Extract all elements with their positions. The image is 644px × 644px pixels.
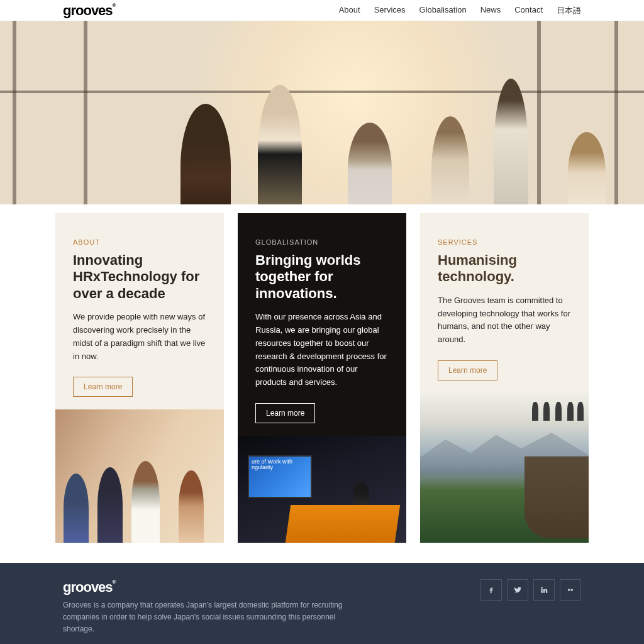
card-services-image	[420, 393, 589, 543]
social-links	[480, 579, 581, 601]
nav-about[interactable]: About	[339, 5, 360, 16]
card-services-cta[interactable]: Learn more	[438, 360, 497, 380]
card-globalisation-body: With our presence across Asia and Russia…	[255, 311, 389, 389]
main-nav: About Services Globalisation News Contac…	[339, 5, 581, 16]
footer-logo[interactable]: grooves®	[63, 579, 365, 596]
card-services-body: The Grooves team is committed to develop…	[438, 294, 571, 347]
brand-logo[interactable]: grooves®	[63, 3, 116, 19]
card-globalisation-tag: GLOBALISATION	[255, 238, 389, 246]
flickr-icon[interactable]	[560, 579, 581, 601]
nav-contact[interactable]: Contact	[514, 5, 543, 16]
presentation-screen: ure of Work with ngularity	[248, 455, 312, 498]
card-globalisation-image: ure of Work with ngularity	[238, 436, 406, 543]
card-services-tag: SERVICES	[438, 238, 571, 246]
card-globalisation-title: Bringing worlds together for innovations…	[255, 252, 389, 302]
card-about-title: Innovating HRxTechnology for over a deca…	[73, 252, 206, 302]
hero-image	[0, 21, 644, 204]
footer-description: Grooves is a company that operates Japan…	[63, 599, 365, 636]
card-about: ABOUT Innovating HRxTechnology for over …	[55, 213, 224, 543]
footer-brand-text: grooves	[63, 579, 113, 595]
brand-text: grooves	[63, 3, 113, 18]
linkedin-icon[interactable]	[533, 579, 555, 601]
facebook-icon[interactable]	[480, 579, 502, 601]
card-about-image	[55, 409, 224, 543]
card-services: SERVICES Humanising technology. The Groo…	[420, 213, 589, 543]
nav-news[interactable]: News	[480, 5, 501, 16]
card-about-body: We provide people with new ways of disco…	[73, 311, 206, 363]
card-about-tag: ABOUT	[73, 238, 206, 246]
card-globalisation: GLOBALISATION Bringing worlds together f…	[238, 213, 406, 543]
svg-point-1	[571, 589, 574, 591]
card-globalisation-cta[interactable]: Learn more	[255, 403, 315, 423]
nav-japanese[interactable]: 日本語	[557, 5, 581, 16]
nav-services[interactable]: Services	[374, 5, 406, 16]
card-about-cta[interactable]: Learn more	[73, 377, 133, 397]
site-header: grooves® About Services Globalisation Ne…	[0, 0, 644, 21]
card-services-title: Humanising technology.	[438, 252, 571, 286]
nav-globalisation[interactable]: Globalisation	[419, 5, 467, 16]
twitter-icon[interactable]	[507, 579, 528, 601]
site-footer: grooves® Grooves is a company that opera…	[0, 563, 644, 644]
svg-point-0	[568, 589, 570, 591]
feature-cards: ABOUT Innovating HRxTechnology for over …	[0, 204, 644, 563]
